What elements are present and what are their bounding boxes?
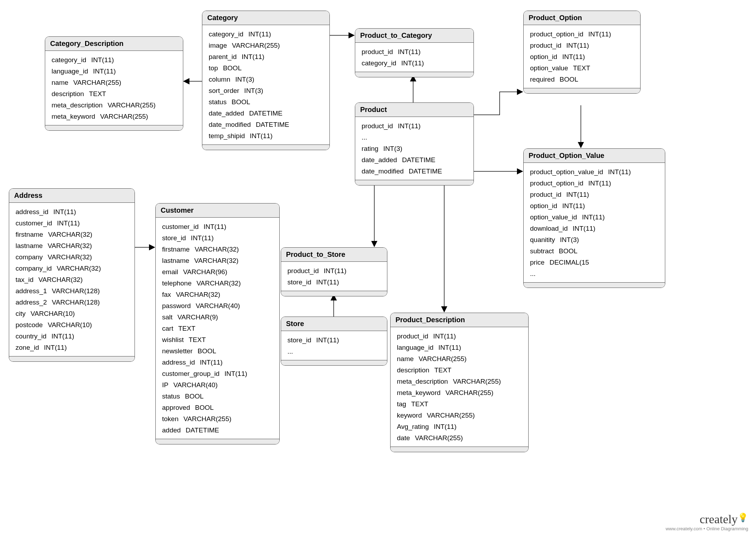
column-name: company_id	[16, 265, 52, 272]
entity-product-option-value[interactable]: Product_Option_Valueproduct_option_value…	[523, 148, 665, 288]
column-row: cityVARCHAR(10)	[16, 308, 128, 319]
column-type: TEXT	[434, 366, 452, 374]
column-name: store_id	[162, 234, 186, 242]
column-name: price	[530, 259, 544, 266]
column-name: firstname	[162, 246, 190, 253]
entity-category[interactable]: Categorycategory_idINT(11)imageVARCHAR(2…	[202, 11, 330, 150]
column-row: product_idINT(11)	[530, 40, 634, 51]
entity-header: Product_to_Category	[355, 29, 474, 43]
column-row: product_option_idINT(11)	[530, 178, 659, 189]
column-row: requiredBOOL	[530, 74, 634, 85]
column-type: INT(3)	[235, 76, 254, 83]
column-type: VARCHAR(255)	[453, 378, 501, 385]
column-row: companyVARCHAR(32)	[16, 252, 128, 263]
entity-columns: category_idINT(11)language_idINT(11)name…	[45, 51, 183, 125]
column-row: statusBOOL	[162, 391, 273, 402]
column-row: meta_descriptionVARCHAR(255)	[397, 376, 522, 387]
entity-columns: product_idINT(11)language_idINT(11)nameV…	[391, 327, 528, 447]
column-type: TEXT	[178, 325, 196, 332]
column-type: VARCHAR(10)	[31, 310, 75, 317]
column-row: nameVARCHAR(255)	[52, 77, 177, 88]
column-row: emailVARCHAR(96)	[162, 266, 273, 278]
column-row: nameVARCHAR(255)	[397, 353, 522, 365]
column-type: DATETIME	[249, 110, 282, 117]
column-type: DECIMAL(15	[549, 259, 589, 266]
column-type: INT(11)	[91, 56, 114, 64]
entity-footer	[9, 356, 135, 361]
column-name: zone_id	[16, 344, 39, 351]
entity-footer	[156, 439, 279, 444]
entity-footer	[202, 144, 329, 150]
entity-footer	[45, 125, 183, 130]
column-row: option_value_idINT(11)	[530, 212, 659, 223]
column-type: VARCHAR(32)	[56, 265, 101, 272]
brand-name: creately	[700, 513, 738, 526]
column-name: meta_description	[52, 101, 103, 109]
column-type: TEXT	[189, 336, 206, 343]
column-row: firstnameVARCHAR(32)	[162, 244, 273, 255]
column-type: INT(11)	[52, 332, 74, 340]
column-name: name	[52, 79, 69, 86]
column-row: address_idINT(11)	[162, 357, 273, 368]
column-type: VARCHAR(255)	[419, 355, 467, 362]
column-type: VARCHAR(255)	[446, 389, 494, 396]
column-type: VARCHAR(32)	[48, 231, 92, 238]
column-row: product_idINT(11)	[287, 265, 381, 277]
column-name: subtract	[530, 247, 554, 255]
column-name: date_added	[362, 156, 397, 164]
column-name: product_option_id	[530, 179, 583, 187]
column-type: BOOL	[185, 393, 204, 400]
column-type: VARCHAR(96)	[183, 268, 227, 276]
column-type: TEXT	[573, 64, 590, 72]
entity-product[interactable]: Productproduct_idINT(11)...ratingINT(3)d…	[355, 102, 474, 185]
entity-product-to-category[interactable]: Product_to_Categoryproduct_idINT(11)cate…	[355, 28, 474, 77]
column-name: date_modified	[362, 167, 404, 175]
column-row: IPVARCHAR(40)	[162, 379, 273, 391]
column-name: product_option_id	[530, 30, 583, 38]
entity-product-description[interactable]: Product_Descriptionproduct_idINT(11)lang…	[390, 313, 529, 452]
column-type: VARCHAR(128)	[52, 287, 100, 295]
column-type: VARCHAR(32)	[195, 246, 239, 253]
entity-store[interactable]: Storestore_idINT(11)...	[281, 317, 387, 366]
column-row: keywordVARCHAR(255)	[397, 410, 522, 421]
column-row: saltVARCHAR(9)	[162, 312, 273, 323]
column-name: product_id	[287, 267, 319, 275]
column-name: image	[209, 42, 227, 49]
column-row: language_idINT(11)	[52, 66, 177, 77]
entity-columns: product_option_idINT(11)product_idINT(11…	[524, 25, 640, 88]
er-diagram-canvas: Category_Descriptioncategory_idINT(11)la…	[0, 0, 756, 537]
column-row: Avg_ratingINT(11)	[397, 421, 522, 432]
entity-product-option[interactable]: Product_Optionproduct_option_idINT(11)pr…	[523, 11, 641, 94]
entity-footer	[524, 282, 665, 288]
column-type: TEXT	[89, 90, 106, 98]
column-row: zone_idINT(11)	[16, 342, 128, 353]
column-name: postcode	[16, 321, 43, 329]
entity-footer	[355, 180, 474, 185]
column-row: category_idINT(11)	[52, 54, 177, 66]
column-name: tax_id	[16, 276, 34, 283]
column-type: DATETIME	[256, 121, 289, 128]
column-type: INT(11)	[433, 332, 456, 340]
entity-address[interactable]: Addressaddress_idINT(11)customer_idINT(1…	[9, 188, 135, 362]
column-name: meta_description	[397, 378, 448, 385]
column-type: INT(11)	[204, 223, 226, 230]
column-row: ...	[530, 268, 659, 279]
entity-columns: product_idINT(11)...ratingINT(3)date_add…	[355, 117, 474, 180]
column-type: INT(11)	[582, 213, 605, 221]
column-name: category_id	[362, 59, 396, 67]
column-name: salt	[162, 313, 173, 321]
column-name: product_id	[530, 42, 561, 49]
column-name: ...	[287, 348, 293, 355]
entity-product-to-store[interactable]: Product_to_Storeproduct_idINT(11)store_i…	[281, 247, 387, 296]
entity-header: Store	[281, 317, 387, 331]
entity-customer[interactable]: Customercustomer_idINT(11)store_idINT(11…	[155, 203, 280, 444]
column-row: customer_idINT(11)	[162, 221, 273, 232]
column-type: INT(11)	[225, 370, 247, 377]
column-row: descriptionTEXT	[52, 88, 177, 100]
column-row: date_modifiedDATETIME	[209, 119, 323, 130]
column-row: category_idINT(11)	[362, 58, 467, 69]
column-row: store_idINT(11)	[287, 335, 381, 346]
column-row: option_idINT(11)	[530, 51, 634, 63]
column-type: DATETIME	[409, 167, 442, 175]
entity-category-description[interactable]: Category_Descriptioncategory_idINT(11)la…	[45, 36, 183, 131]
